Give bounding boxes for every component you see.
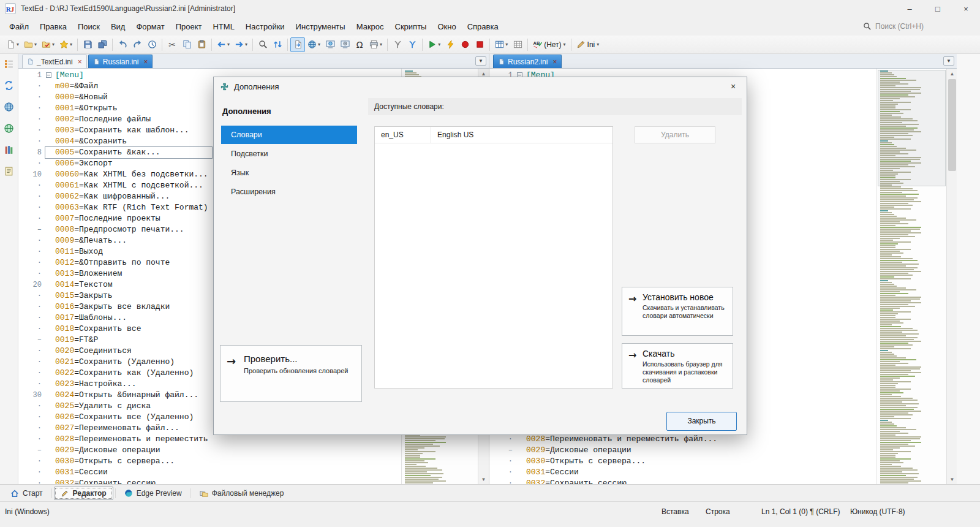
dropdown-arrow-icon[interactable]: ▾ <box>34 42 37 47</box>
menu-item-8[interactable]: Инструменты <box>290 19 351 34</box>
data-grid-button[interactable] <box>510 37 525 52</box>
status-file-type[interactable]: Ini (Windows) <box>5 507 50 516</box>
insert-table-button[interactable]: ▾ <box>492 37 510 52</box>
editor-line[interactable]: ·0031=Сессии <box>489 467 876 478</box>
editor-line[interactable]: ·0031=Сессии <box>18 467 401 478</box>
dialog-nav-item-2[interactable]: Язык <box>221 164 357 182</box>
spell-check-button[interactable]: AB(Нет)▾ <box>530 37 568 52</box>
menu-item-0[interactable]: Файл <box>4 19 34 34</box>
menu-item-1[interactable]: Правка <box>34 19 72 34</box>
dropdown-arrow-icon[interactable]: ▾ <box>318 42 320 47</box>
merge-alt-button[interactable] <box>405 37 420 52</box>
notes-button[interactable] <box>2 164 16 178</box>
save-all-button[interactable] <box>95 37 110 52</box>
menu-item-11[interactable]: Окно <box>432 19 461 34</box>
editor-line[interactable]: ·0032=Сохранить сессию... <box>489 478 876 484</box>
document-outline-button[interactable] <box>2 57 16 70</box>
dialog-nav-item-3[interactable]: Расширения <box>221 183 357 201</box>
check-updates-button[interactable]: → Проверить... Проверить обновления слов… <box>220 345 362 402</box>
editor-tab[interactable]: Russian.ini× <box>88 55 153 68</box>
delete-button[interactable]: Удалить <box>635 126 715 143</box>
minimap-right[interactable] <box>876 69 946 484</box>
history-button[interactable] <box>145 37 159 52</box>
dropdown-arrow-icon[interactable]: ▾ <box>505 42 508 47</box>
editor-line[interactable]: ·0028=Переименовать и переместить файл..… <box>489 434 876 445</box>
menu-item-6[interactable]: HTML <box>207 19 239 34</box>
dictionary-table[interactable]: en_USEnglish US <box>374 126 613 389</box>
status-encoding[interactable]: Юникод (UTF-8) <box>850 507 905 516</box>
dropdown-arrow-icon[interactable]: ▾ <box>17 42 19 47</box>
minimize-button[interactable]: – <box>895 0 924 17</box>
dropdown-arrow-icon[interactable]: ▾ <box>380 42 382 47</box>
dictionary-row[interactable]: en_USEnglish US <box>375 127 612 143</box>
menu-item-12[interactable]: Справка <box>462 19 504 34</box>
dropdown-arrow-icon[interactable]: ▾ <box>70 42 72 47</box>
web-panel-button[interactable] <box>2 100 16 113</box>
tab-list-button[interactable]: ▼ <box>943 56 954 66</box>
minimap-viewport[interactable] <box>878 70 946 186</box>
web-panel-alt-button[interactable] <box>2 121 16 135</box>
scroll-up-icon[interactable]: ▲ <box>947 69 957 78</box>
menu-item-2[interactable]: Поиск <box>72 19 105 34</box>
vertical-scrollbar-right[interactable]: ▲ ▼ <box>946 69 957 484</box>
dropdown-arrow-icon[interactable]: ▾ <box>245 42 247 47</box>
fold-toggle[interactable] <box>46 72 51 78</box>
compare-button[interactable] <box>270 37 285 52</box>
tab-close-icon[interactable]: × <box>143 58 148 66</box>
merge-button[interactable] <box>390 37 405 52</box>
preview-settings-button[interactable] <box>337 37 352 52</box>
bottom-tab-1[interactable]: Редактор <box>54 487 113 500</box>
editor-line[interactable]: –0029=Дисковые операции <box>18 445 401 456</box>
dropdown-arrow-icon[interactable]: ▾ <box>438 42 440 47</box>
editor-line[interactable]: ·0030=Открыть с сервера... <box>18 456 401 467</box>
install-new-button[interactable]: → Установить новое Скачивать и устанавли… <box>622 287 733 336</box>
syntax-mode-button[interactable]: Ini▾ <box>574 37 602 52</box>
stop-macro-button[interactable] <box>472 37 487 52</box>
record-macro-button[interactable] <box>458 37 472 52</box>
navigate-back-button[interactable]: ▾ <box>214 37 232 52</box>
menu-item-9[interactable]: Макрос <box>351 19 390 34</box>
reopen-file-button[interactable]: ▾ <box>39 37 57 52</box>
special-characters-button[interactable]: Ω <box>352 37 367 52</box>
quick-run-button[interactable] <box>443 37 458 52</box>
paste-button[interactable] <box>194 37 209 52</box>
run-script-button[interactable]: ▾ <box>425 37 443 52</box>
browser-button[interactable]: ▾ <box>305 37 323 52</box>
dropdown-arrow-icon[interactable]: ▾ <box>597 42 599 47</box>
open-file-button[interactable]: ▾ <box>21 37 39 52</box>
editor-tab[interactable]: _TextEd.ini× <box>22 55 87 68</box>
tab-close-icon[interactable]: × <box>552 58 557 66</box>
editor-line[interactable]: ·0030=Открыть с сервера... <box>489 456 876 467</box>
scroll-down-icon[interactable]: ▼ <box>478 474 489 484</box>
editor-line[interactable]: –0029=Дисковые операции <box>489 445 876 456</box>
bottom-tab-0[interactable]: Старт <box>4 487 50 500</box>
status-insert-mode[interactable]: Вставка <box>662 507 689 516</box>
dialog-nav-item-1[interactable]: Подсветки <box>221 145 357 163</box>
tab-list-button[interactable]: ▼ <box>475 56 486 66</box>
bottom-tab-3[interactable]: Файловый менеджер <box>193 487 291 500</box>
redo-button[interactable] <box>130 37 145 52</box>
library-button[interactable] <box>2 143 16 156</box>
download-button[interactable]: → Скачать Использовать браузер для скачи… <box>622 343 733 389</box>
tab-close-icon[interactable]: × <box>78 58 82 66</box>
maximize-button[interactable]: □ <box>924 0 952 17</box>
menu-item-10[interactable]: Скрипты <box>390 19 432 34</box>
editor-line[interactable]: ·0028=Переименовать и переместить <box>18 434 401 445</box>
favorites-button[interactable]: ▾ <box>57 37 75 52</box>
dialog-nav-item-0[interactable]: Словари <box>221 126 357 144</box>
save-button[interactable] <box>80 37 95 52</box>
preview-browser-button[interactable] <box>323 37 337 52</box>
bottom-tab-2[interactable]: Edge Preview <box>118 487 189 500</box>
menu-item-7[interactable]: Настройки <box>240 19 290 34</box>
menu-item-3[interactable]: Вид <box>105 19 131 34</box>
print-button[interactable]: ▾ <box>367 37 385 52</box>
dropdown-arrow-icon[interactable]: ▾ <box>564 42 566 47</box>
dropdown-arrow-icon[interactable]: ▾ <box>52 42 55 47</box>
editor-line[interactable]: ·0032=Сохранить сессию... <box>18 478 401 484</box>
menu-item-4[interactable]: Формат <box>130 19 170 34</box>
dropdown-arrow-icon[interactable]: ▾ <box>227 42 230 47</box>
dialog-close-button[interactable]: × <box>725 79 742 94</box>
search-button[interactable] <box>255 37 270 52</box>
close-button[interactable]: × <box>952 0 980 17</box>
dialog-close-action-button[interactable]: Закрыть <box>666 412 737 431</box>
